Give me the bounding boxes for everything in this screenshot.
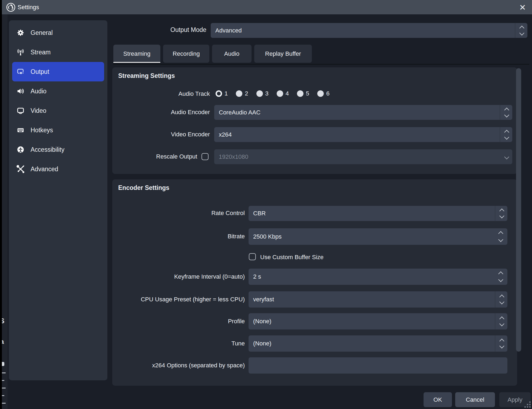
sidebar-item-label: Video — [31, 107, 46, 114]
keyboard-icon — [16, 126, 25, 134]
audio-track-2[interactable]: 2 — [236, 90, 248, 97]
tab-label: Audio — [224, 50, 239, 57]
radio-label: 1 — [224, 90, 228, 97]
radio-icon — [236, 90, 242, 97]
ok-button[interactable]: OK — [424, 392, 452, 407]
obs-settings-window: S a Settings ✕ — [0, 0, 532, 409]
sidebar-item-audio[interactable]: Audio — [12, 81, 104, 101]
chevron-up-down-icon — [505, 108, 508, 117]
radio-selected-icon — [216, 90, 222, 97]
spin-up-icon[interactable] — [499, 232, 503, 235]
sidebar-item-hotkeys[interactable]: Hotkeys — [12, 120, 104, 140]
cancel-button[interactable]: Cancel — [455, 392, 495, 407]
section-title: Encoder Settings — [118, 184, 169, 192]
streaming-settings-panel: Streaming Settings Audio Track 1 2 3 4 5 — [112, 67, 517, 174]
output-mode-value: Advanced — [215, 27, 242, 34]
sidebar-item-label: Advanced — [31, 166, 58, 173]
audio-track-3[interactable]: 3 — [256, 90, 269, 97]
titlebar[interactable]: Settings ✕ — [2, 0, 532, 14]
output-mode-select[interactable]: Advanced — [211, 23, 527, 38]
bitrate-spinner[interactable]: 2500 Kbps — [249, 228, 507, 245]
apply-button-label: Apply — [507, 396, 522, 403]
tab-recording[interactable]: Recording — [163, 45, 209, 63]
output-mode-label: Output Mode — [130, 26, 206, 34]
keyframe-interval-value: 2 s — [253, 273, 261, 280]
background-text-fragment: S — [2, 317, 4, 325]
sidebar-item-stream[interactable]: Stream — [12, 42, 104, 62]
meter-tick — [2, 372, 6, 373]
combo-divider — [495, 291, 495, 308]
x264-options-input[interactable] — [249, 357, 507, 374]
use-custom-buffer-size-checkbox[interactable] — [249, 253, 256, 260]
rate-control-select[interactable]: CBR — [249, 206, 507, 221]
audio-track-4[interactable]: 4 — [277, 90, 289, 97]
video-encoder-select[interactable]: x264 — [214, 127, 512, 142]
sidebar-item-label: Audio — [31, 88, 47, 95]
radio-label: 4 — [286, 90, 289, 97]
audio-encoder-select[interactable]: CoreAudio AAC — [214, 105, 512, 120]
sidebar-item-accessibility[interactable]: Accessibility — [12, 140, 104, 159]
tab-replay-buffer[interactable]: Replay Buffer — [254, 45, 312, 63]
obs-logo-icon — [6, 3, 15, 12]
tab-streaming[interactable]: Streaming — [113, 45, 160, 63]
audio-encoder-value: CoreAudio AAC — [219, 109, 260, 116]
tab-label: Streaming — [123, 50, 150, 57]
meter-tick — [2, 403, 6, 404]
chevron-up-down-icon — [505, 130, 508, 139]
sidebar-item-video[interactable]: Video — [12, 101, 104, 120]
tune-label: Tune — [112, 340, 245, 347]
combo-divider — [495, 313, 495, 329]
rescale-output-checkbox[interactable] — [201, 153, 209, 160]
rescale-output-value: 1920x1080 — [219, 153, 248, 160]
audio-track-1[interactable]: 1 — [216, 90, 228, 97]
meter-tick — [2, 388, 6, 388]
audio-track-6[interactable]: 6 — [317, 90, 329, 97]
cancel-button-label: Cancel — [466, 396, 484, 403]
rate-control-value: CBR — [253, 210, 266, 217]
screen-edge — [0, 0, 2, 409]
rate-control-label: Rate Control — [112, 210, 245, 217]
profile-value: (None) — [253, 318, 271, 325]
background-app-edge: S a — [2, 14, 8, 409]
cpu-usage-preset-value: veryfast — [253, 296, 274, 303]
keyframe-interval-spinner[interactable]: 2 s — [249, 269, 507, 285]
tab-audio[interactable]: Audio — [212, 45, 252, 63]
combo-divider — [515, 23, 515, 38]
profile-select[interactable]: (None) — [249, 313, 507, 329]
vertical-scrollbar[interactable] — [516, 68, 521, 352]
spin-down-icon[interactable] — [499, 278, 503, 281]
meter-tick — [2, 395, 4, 396]
close-icon[interactable]: ✕ — [518, 3, 527, 12]
combo-divider — [500, 127, 500, 142]
combo-divider — [500, 105, 500, 120]
spin-down-icon[interactable] — [499, 238, 503, 241]
audio-track-label: Audio Track — [112, 90, 210, 97]
meter-tick — [2, 380, 4, 381]
sidebar-item-advanced[interactable]: Advanced — [12, 159, 104, 179]
cpu-usage-preset-select[interactable]: veryfast — [249, 291, 507, 308]
sidebar-item-output[interactable]: Output — [12, 62, 104, 81]
tune-select[interactable]: (None) — [249, 335, 507, 352]
settings-sidebar: General Stream — [9, 20, 107, 380]
combo-divider — [495, 206, 495, 221]
resize-grip-icon[interactable] — [521, 400, 531, 408]
chevron-down-icon — [505, 155, 508, 159]
audio-encoder-label: Audio Encoder — [112, 109, 210, 116]
x264-options-label: x264 Options (separated by space) — [112, 362, 245, 369]
spin-up-icon[interactable] — [499, 272, 503, 276]
sidebar-item-label: General — [31, 29, 53, 37]
audio-track-5[interactable]: 5 — [297, 90, 309, 97]
tab-label: Replay Buffer — [265, 50, 301, 57]
display-icon — [16, 107, 25, 115]
tune-value: (None) — [253, 340, 271, 347]
cpu-usage-preset-label: CPU Usage Preset (higher = less CPU) — [112, 296, 245, 303]
sidebar-item-general[interactable]: General — [12, 23, 104, 42]
bitrate-label: Bitrate — [112, 233, 245, 240]
chevron-up-down-icon — [500, 339, 504, 348]
radio-label: 3 — [265, 90, 269, 97]
background-text-fragment: a — [2, 338, 4, 345]
combo-divider — [495, 335, 495, 352]
radio-label: 6 — [326, 90, 329, 97]
broadcast-icon — [16, 48, 25, 56]
sidebar-item-label: Output — [31, 68, 49, 75]
